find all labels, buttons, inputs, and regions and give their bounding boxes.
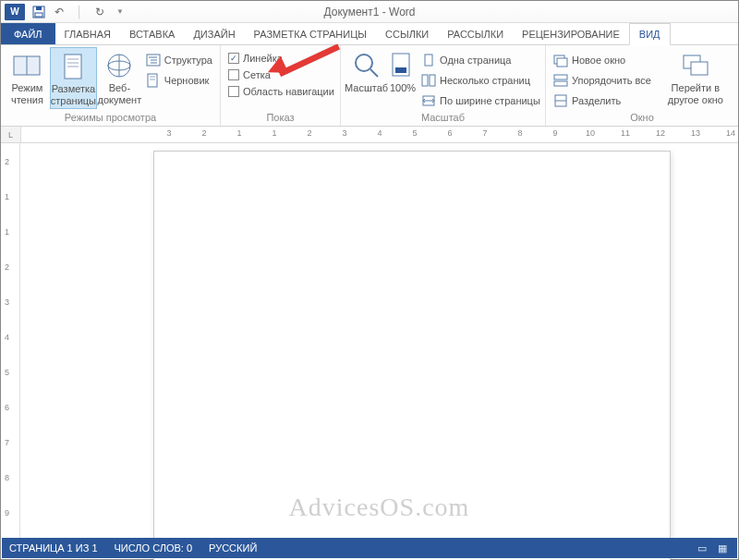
switch-windows-icon: [681, 51, 710, 80]
read-mode-view-icon[interactable]: ▦: [715, 542, 730, 554]
zoom-100-button[interactable]: 100%: [388, 47, 418, 96]
ruler-tick: 12: [656, 128, 665, 138]
ruler-corner: L: [1, 127, 20, 142]
zoom-100-icon: [388, 51, 418, 80]
print-layout-button[interactable]: Разметка страницы: [50, 47, 97, 109]
switch-windows-label1: Перейти в: [667, 82, 724, 94]
tab-view[interactable]: ВИД: [629, 23, 671, 45]
draft-label: Черновик: [164, 75, 210, 86]
print-layout-view-icon[interactable]: ▭: [695, 542, 709, 554]
qat-separator: │: [73, 6, 86, 18]
ruler-tick: 3: [166, 128, 171, 138]
outline-icon: [146, 53, 161, 67]
tab-file[interactable]: ФАЙЛ: [1, 23, 55, 44]
split-button[interactable]: Разделить: [550, 91, 655, 110]
outline-button[interactable]: Структура: [142, 51, 216, 69]
group-window: Новое окно Упорядочить все Разделить: [546, 45, 738, 126]
status-language[interactable]: РУССКИЙ: [209, 542, 257, 554]
tab-mailings[interactable]: РАССЫЛКИ: [438, 23, 513, 44]
svg-rect-35: [691, 62, 708, 75]
ruler-tick: 2: [5, 262, 9, 272]
print-layout-icon: [58, 52, 88, 81]
group-views: Режим чтения Разметка страницы Веб- доку…: [1, 45, 221, 126]
zoom-100-label: 100%: [388, 82, 418, 94]
tab-layout[interactable]: РАЗМЕТКА СТРАНИЦЫ: [245, 23, 376, 44]
status-page[interactable]: СТРАНИЦА 1 ИЗ 1: [9, 542, 98, 554]
ruler-tick: 5: [5, 368, 9, 377]
zoom-icon: [352, 51, 382, 80]
ruler-tick: 10: [586, 128, 595, 138]
status-words[interactable]: ЧИСЛО СЛОВ: 0: [115, 542, 193, 554]
svg-rect-30: [554, 75, 567, 79]
redo-icon[interactable]: ↻: [93, 6, 106, 18]
switch-windows-button[interactable]: Перейти в другое окно: [667, 47, 724, 107]
ruler-tick: 13: [691, 128, 700, 138]
ruler-tick: 9: [552, 128, 557, 138]
one-page-label: Одна страница: [440, 55, 511, 66]
read-mode-label2: чтения: [5, 94, 50, 106]
status-bar: СТРАНИЦА 1 ИЗ 1 ЧИСЛО СЛОВ: 0 РУССКИЙ ▭ …: [2, 538, 737, 558]
web-layout-label1: Веб-: [97, 82, 142, 94]
read-mode-label1: Режим: [5, 82, 50, 94]
tab-review[interactable]: РЕЦЕНЗИРОВАНИЕ: [513, 23, 629, 44]
new-window-label: Новое окно: [572, 55, 625, 66]
svg-rect-16: [148, 74, 157, 87]
web-layout-button[interactable]: Веб- документ: [97, 47, 142, 107]
ruler-tick: 7: [5, 438, 9, 447]
ruler-tick: 1: [236, 128, 241, 138]
ruler-tick: 11: [621, 128, 630, 138]
ruler-tick: 1: [5, 227, 9, 237]
tab-design[interactable]: ДИЗАЙН: [184, 23, 244, 44]
qat-customize-icon[interactable]: ▼: [114, 6, 127, 18]
tab-references[interactable]: ССЫЛКИ: [376, 23, 438, 44]
arrange-all-icon: [553, 73, 568, 88]
read-mode-button[interactable]: Режим чтения: [5, 47, 50, 107]
save-icon[interactable]: [32, 6, 45, 18]
undo-icon[interactable]: ↶: [53, 6, 66, 18]
svg-line-20: [370, 69, 378, 77]
ruler-tick: 8: [5, 473, 9, 482]
arrange-all-label: Упорядочить все: [572, 75, 651, 86]
one-page-button[interactable]: Одна страница: [418, 51, 544, 69]
ruler-tick: 5: [412, 128, 417, 138]
ruler-tick: 2: [307, 128, 311, 138]
nav-pane-checkbox[interactable]: Область навигации: [224, 84, 338, 99]
zoom-label: Масштаб: [345, 82, 388, 94]
document-area: 21123456789 AdvicesOS.com: [1, 143, 738, 541]
draft-button[interactable]: Черновик: [142, 71, 216, 90]
tab-insert[interactable]: ВСТАВКА: [120, 23, 184, 44]
svg-rect-31: [554, 81, 567, 86]
ruler-tick: 1: [5, 192, 9, 201]
read-mode-icon: [12, 51, 42, 80]
tab-home[interactable]: ГЛАВНАЯ: [55, 23, 120, 44]
ribbon-tabs: ФАЙЛ ГЛАВНАЯ ВСТАВКА ДИЗАЙН РАЗМЕТКА СТР…: [1, 23, 738, 45]
svg-rect-22: [395, 67, 406, 73]
document-canvas[interactable]: AdvicesOS.com: [20, 143, 738, 541]
page[interactable]: [153, 151, 671, 560]
ruler-tick: 6: [5, 403, 9, 412]
zoom-button[interactable]: Масштаб: [345, 47, 388, 96]
horizontal-ruler[interactable]: 321123456789101112131415: [20, 127, 738, 142]
split-label: Разделить: [572, 95, 621, 106]
ruler-tick: 14: [726, 128, 735, 138]
multi-page-button[interactable]: Несколько страниц: [418, 71, 544, 90]
vertical-ruler[interactable]: 21123456789: [1, 143, 20, 541]
page-width-label: По ширине страницы: [440, 95, 540, 106]
checkbox-icon: [228, 69, 239, 80]
svg-rect-24: [422, 75, 428, 86]
multi-page-icon: [421, 73, 436, 88]
svg-rect-29: [557, 58, 567, 67]
multi-page-label: Несколько страниц: [440, 75, 530, 86]
new-window-button[interactable]: Новое окно: [550, 51, 655, 69]
checkbox-checked-icon: ✓: [228, 53, 239, 64]
one-page-icon: [421, 53, 436, 67]
page-width-button[interactable]: По ширине страницы: [418, 91, 544, 110]
ruler-tick: 3: [342, 128, 346, 138]
group-window-label: Окно: [550, 110, 734, 126]
ruler-tick: 9: [5, 508, 9, 517]
split-icon: [553, 93, 568, 108]
word-app-icon: W: [5, 4, 25, 20]
new-window-icon: [553, 53, 568, 67]
ruler-tick: 3: [5, 298, 9, 307]
arrange-all-button[interactable]: Упорядочить все: [550, 71, 655, 90]
